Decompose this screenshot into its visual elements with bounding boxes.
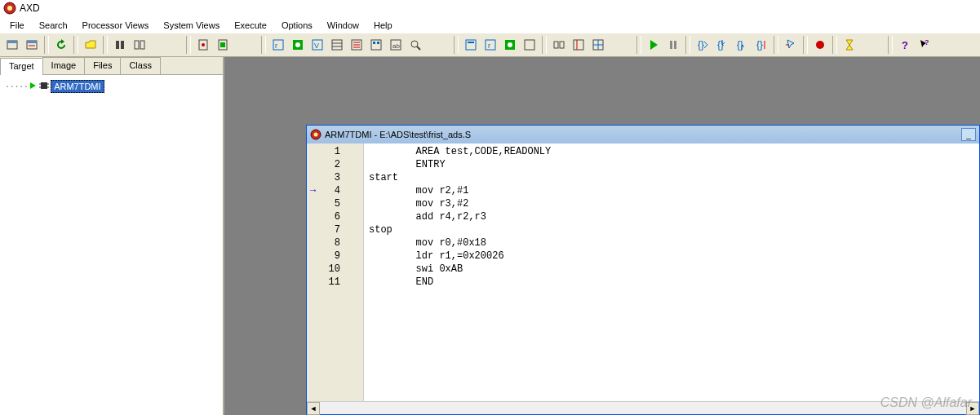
toolbar-sep [73,36,78,54]
svg-text:{}: {} [698,39,704,51]
tb-btn-2[interactable] [23,36,41,54]
code-area[interactable]: 1234→567891011 AREA test,CODE,READONLY E… [307,143,979,401]
svg-point-33 [411,41,418,47]
code-line[interactable]: add r4,r2,r3 [369,210,974,223]
tb-btn-1[interactable] [3,36,21,54]
tb-sys-5[interactable] [550,36,568,54]
svg-rect-60 [41,82,47,89]
current-line-arrow-icon: → [310,184,316,197]
svg-rect-21 [332,40,342,50]
code-line[interactable]: stop [369,223,974,236]
left-tabs: Target Image Files Class [0,57,223,75]
target-tree[interactable]: ····· ARM7TDMI [0,75,223,415]
app-icon [3,2,16,15]
line-number: 7 [307,223,363,236]
line-number: 2 [307,158,363,171]
horizontal-scrollbar[interactable]: ◄ ► [307,401,979,414]
svg-point-57 [816,41,824,49]
svg-rect-5 [27,41,37,43]
svg-rect-36 [468,42,474,43]
svg-rect-10 [140,41,144,49]
tb-view-1[interactable]: r [269,36,287,54]
line-number: 8 [307,236,363,249]
source-window-titlebar[interactable]: ARM7TDMI - E:\ADS\test\frist_ads.S _ [307,126,979,143]
code-line[interactable]: mov r3,#2 [369,197,974,210]
code-line[interactable]: swi 0xAB [369,263,974,276]
svg-text:V: V [314,42,319,50]
tb-sys-2[interactable]: r [481,36,499,54]
tb-view-7[interactable]: ab [387,36,405,54]
tb-view-3[interactable]: V [308,36,326,54]
menu-help[interactable]: Help [367,19,399,32]
tree-node-arm7tdmi[interactable]: ARM7TDMI [51,80,104,93]
menu-file[interactable]: File [3,19,31,32]
tree-row[interactable]: ····· ARM7TDMI [5,80,218,93]
menu-options[interactable]: Options [275,19,319,32]
svg-rect-8 [121,41,124,49]
scroll-left-button[interactable]: ◄ [307,402,320,415]
toolbar-sep [636,36,641,54]
code-line[interactable]: start [369,171,974,184]
menu-search[interactable]: Search [33,19,74,32]
tab-files[interactable]: Files [84,57,121,74]
menu-processor-views[interactable]: Processor Views [76,19,156,32]
tb-sys-7[interactable] [589,36,607,54]
tb-step-1[interactable]: {} [694,36,712,54]
tb-step-2[interactable]: {} [713,36,731,54]
scroll-right-button[interactable]: ► [966,402,979,415]
code-line[interactable]: ENTRY [369,158,974,171]
line-number: 11 [307,276,363,289]
tb-sys-6[interactable] [570,36,588,54]
tb-btn-6[interactable] [131,36,149,54]
chip-icon [39,81,49,92]
svg-rect-35 [466,40,476,50]
tb-btn-5[interactable] [111,36,129,54]
code-line[interactable]: AREA test,CODE,READONLY [369,145,974,158]
tb-sys-4[interactable] [521,36,539,54]
tab-class[interactable]: Class [120,57,161,74]
tb-step-4[interactable]: {} [752,36,770,54]
menu-system-views[interactable]: System Views [157,19,226,32]
svg-rect-50 [674,41,676,49]
line-number: 3 [307,171,363,184]
toolbar-sep [454,36,459,54]
tb-search-icon[interactable] [406,36,424,54]
svg-rect-7 [116,41,119,49]
code-body[interactable]: AREA test,CODE,READONLY ENTRYstart mov r… [364,143,979,401]
tb-run-icon[interactable] [645,36,663,54]
code-line[interactable]: mov r2,#1 [369,184,974,197]
tab-image[interactable]: Image [42,57,86,74]
tb-view-4[interactable] [328,36,346,54]
menu-execute[interactable]: Execute [228,19,273,32]
tb-view-2[interactable] [289,36,307,54]
tb-cursor-icon[interactable] [782,36,800,54]
tb-view-5[interactable] [348,36,366,54]
toolbar-sep [542,36,547,54]
svg-rect-14 [220,42,225,47]
tb-hourglass-icon[interactable] [840,36,858,54]
tb-reload[interactable] [52,36,70,54]
tb-view-6[interactable] [367,36,385,54]
tb-sys-1[interactable] [462,36,480,54]
tb-sys-3[interactable] [501,36,519,54]
scroll-track[interactable] [320,402,966,414]
tb-whatsthis-icon[interactable]: ? [916,36,933,54]
svg-rect-37 [486,40,495,50]
code-line[interactable]: ldr r1,=0x20026 [369,249,974,263]
svg-rect-49 [670,41,672,49]
tb-btn-8[interactable] [214,36,232,54]
code-line[interactable]: mov r0,#0x18 [369,236,974,249]
toolbar-sep [803,36,808,54]
minimize-button[interactable]: _ [961,128,976,141]
tab-target[interactable]: Target [0,58,43,75]
tb-step-3[interactable]: {} [733,36,751,54]
tb-breakpoint-icon[interactable] [811,36,829,54]
code-line[interactable]: END [369,276,974,289]
tb-open-icon[interactable] [82,36,100,54]
tb-btn-7[interactable] [194,36,212,54]
tb-stop-icon[interactable] [664,36,682,54]
line-number: 10 [307,263,363,276]
menu-window[interactable]: Window [321,19,366,32]
svg-text:?: ? [925,38,929,46]
tb-help-icon[interactable]: ? [896,36,914,54]
